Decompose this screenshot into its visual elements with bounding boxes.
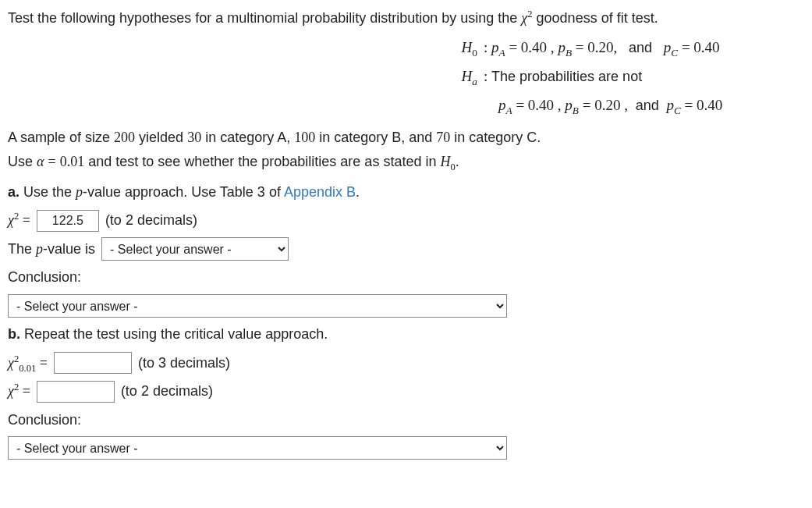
chi2b-row: χ2 = (to 2 decimals) [8,379,804,403]
sample-b: 100 [294,130,315,145]
intro-post: goodness of fit test. [533,10,658,26]
h0-body: : pA = 0.40 , pB = 0.20, and pC = 0.40 [484,35,720,60]
part-a-pre: Use the [20,184,76,200]
ha-letter: H [462,68,473,84]
pvalue-row: The p-value is - Select your answer - [8,237,804,261]
conclusion-b-select[interactable]: - Select your answer - [8,436,507,460]
intro-line: Test the following hypotheses for a mult… [8,6,804,30]
ha-line2: pA = 0.40 , pB = 0.20 , and pC = 0.40 [8,93,804,118]
chi2-row: χ2 = (to 2 decimals) [8,208,804,233]
period1: . [456,154,459,169]
ha-body-text: The probabilities are not [491,69,642,84]
chi-crit-input[interactable] [54,352,132,374]
conclusion-a-label: Conclusion: [8,265,804,290]
period2: . [356,184,360,200]
chi2b-label: χ2 = [8,379,30,403]
alpha-value: 0.01 [60,154,85,169]
h0-label: H0 [8,35,484,60]
ha-sub: a [472,76,477,87]
conclusion-a-select[interactable]: - Select your answer - [8,294,507,318]
sample-pre: A sample of size [8,130,114,145]
part-a-heading: a. Use the p-value approach. Use Table 3… [8,180,804,204]
ha-line: Ha : The probabilities are not [8,64,804,89]
part-a-label: a. [8,184,20,200]
chi2-label: χ2 = [8,208,30,233]
conclusion-b-row: - Select your answer - [8,436,804,460]
alpha-symbol: α [37,154,44,169]
ha-label: Ha [8,64,484,89]
chi2-hint: (to 2 decimals) [105,208,197,233]
h0-letter: H [462,39,473,55]
intro-pre: Test the following hypotheses for a mult… [8,10,521,26]
part-b-label: b. [8,326,20,342]
chi-crit-label: χ20.01 = [8,351,48,375]
h0-line: H0 : pA = 0.40 , pB = 0.20, and pC = 0.4… [8,35,804,60]
hypotheses-block: H0 : pA = 0.40 , pB = 0.20, and pC = 0.4… [8,35,804,119]
part-b-heading: b. Repeat the test using the critical va… [8,322,804,346]
use-alpha-mid: and test to see whether the probabilitie… [84,154,440,169]
chi2b-hint: (to 2 decimals) [121,379,213,403]
sample-mid4: in category C. [450,130,541,145]
part-a-p: p [76,184,83,200]
use-alpha-line: Use α = 0.01 and test to see whether the… [8,150,804,174]
ha-body2: pA = 0.40 , pB = 0.20 , and pC = 0.40 [484,93,722,118]
part-b-text: Repeat the test using the critical value… [20,326,328,342]
chi2-input[interactable] [37,210,99,232]
colon2: : [484,68,491,84]
chi-crit-hint: (to 3 decimals) [138,351,230,375]
h0-sub: 0 [472,46,477,58]
sample-mid3: in category B, and [315,130,436,145]
chi-crit-row: χ20.01 = (to 3 decimals) [8,351,804,375]
pvalue-label: The p-value is [8,237,95,261]
sample-mid1: yielded [135,130,187,145]
part-a-mid: -value approach. Use Table 3 of [83,184,284,200]
colon: : [484,39,491,55]
use-alpha-pre: Use [8,154,37,169]
pvalue-select[interactable]: - Select your answer - [101,237,289,261]
sample-c: 70 [436,130,450,145]
conclusion-a-row: - Select your answer - [8,294,804,318]
appendix-link[interactable]: Appendix B [284,184,356,200]
sample-a: 30 [187,130,201,145]
sample-mid2: in category A, [201,130,294,145]
sample-line: A sample of size 200 yielded 30 in categ… [8,126,804,150]
h0-ref: H [440,154,450,169]
ha-body: : The probabilities are not [484,64,642,89]
conclusion-b-label: Conclusion: [8,408,804,432]
chi2b-input[interactable] [37,381,115,403]
sample-n: 200 [114,130,135,145]
